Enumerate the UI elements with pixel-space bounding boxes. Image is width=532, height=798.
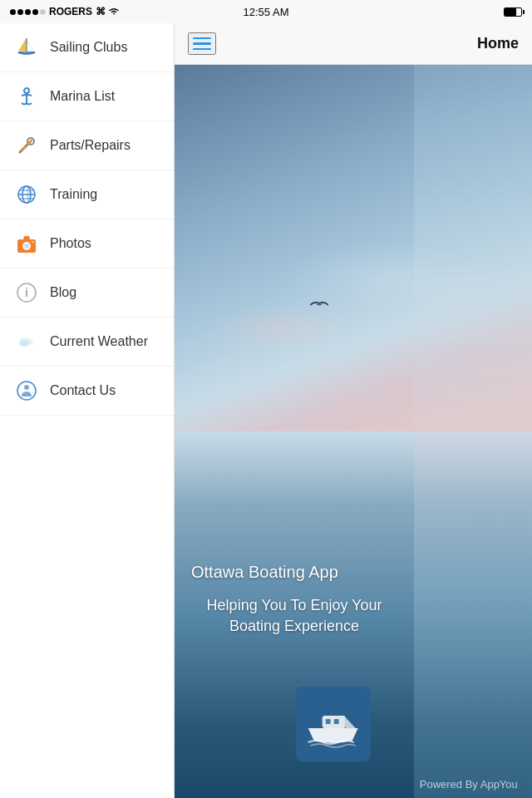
sidebar: Sailing Clubs Marina List Parts/Repairs: [0, 23, 175, 798]
sidebar-item-label: Contact Us: [50, 383, 116, 398]
svg-point-4: [24, 88, 29, 93]
svg-point-28: [24, 385, 29, 390]
camera-icon: [13, 230, 40, 257]
svg-text:i: i: [25, 286, 28, 299]
anchor-icon: [13, 83, 40, 110]
nav-header: Home: [175, 23, 532, 65]
sidebar-item-blog[interactable]: i Blog: [0, 268, 174, 318]
svg-marker-18: [23, 236, 30, 239]
sidebar-item-label: Photos: [50, 236, 91, 251]
weather-icon: [13, 328, 40, 355]
sidebar-item-training[interactable]: Training: [0, 170, 174, 219]
right-panel-overlay: [414, 65, 532, 798]
sidebar-item-photos[interactable]: Photos: [0, 219, 174, 268]
status-left: ROGERS ⌘: [10, 6, 120, 17]
sidebar-item-label: Parts/Repairs: [50, 138, 131, 153]
app-tagline: Helping You To Enjoy Your Boating Experi…: [191, 595, 397, 637]
main-content: Ottawa Boating App Helping You To Enjoy …: [175, 65, 532, 798]
svg-line-9: [28, 140, 32, 144]
wrench-icon: [13, 132, 40, 159]
svg-point-17: [24, 244, 29, 249]
app-name: Ottawa Boating App: [191, 563, 397, 582]
sailboat-icon: [13, 34, 40, 61]
svg-marker-0: [19, 38, 27, 51]
globe-icon: [13, 181, 40, 208]
sidebar-item-label: Sailing Clubs: [50, 40, 127, 55]
signal-dots: [10, 9, 46, 15]
sidebar-item-parts-repairs[interactable]: Parts/Repairs: [0, 121, 174, 170]
hamburger-button[interactable]: [188, 32, 216, 56]
sidebar-item-sailing-clubs[interactable]: Sailing Clubs: [0, 23, 174, 72]
sidebar-item-label: Marina List: [50, 89, 115, 104]
powered-by: Powered By AppYou: [420, 778, 518, 791]
svg-rect-2: [26, 38, 27, 52]
boat-logo: [296, 687, 371, 761]
svg-line-8: [22, 147, 25, 150]
hamburger-line: [193, 37, 211, 40]
status-right: [504, 7, 522, 17]
hamburger-line: [193, 48, 211, 51]
svg-rect-31: [334, 719, 339, 724]
sidebar-item-marina-list[interactable]: Marina List: [0, 72, 174, 121]
hero-image: Ottawa Boating App Helping You To Enjoy …: [175, 65, 532, 798]
sidebar-item-label: Blog: [50, 285, 76, 300]
svg-point-27: [17, 382, 36, 400]
nav-title: Home: [477, 35, 519, 52]
status-time: 12:55 AM: [244, 6, 289, 18]
status-bar: ROGERS ⌘ 12:55 AM: [0, 0, 532, 23]
hamburger-line: [193, 42, 211, 45]
sidebar-item-current-weather[interactable]: Current Weather: [0, 318, 174, 367]
info-icon: i: [13, 279, 40, 306]
bird-silhouette: [310, 299, 328, 313]
svg-rect-30: [326, 719, 331, 724]
contact-icon: [13, 377, 40, 404]
battery-icon: [504, 7, 522, 17]
sidebar-item-label: Training: [50, 187, 97, 202]
sidebar-item-contact-us[interactable]: Contact Us: [0, 367, 174, 416]
signal-dot: [17, 9, 23, 15]
sidebar-item-label: Current Weather: [50, 334, 148, 349]
signal-dot: [40, 9, 46, 15]
wifi-icon: ⌘: [96, 6, 120, 17]
svg-rect-19: [32, 241, 34, 243]
signal-dot: [32, 9, 38, 15]
signal-dot: [25, 9, 31, 15]
carrier-label: ROGERS: [49, 6, 92, 17]
signal-dot: [10, 9, 16, 15]
hero-text-block: Ottawa Boating App Helping You To Enjoy …: [175, 563, 414, 637]
svg-point-26: [19, 340, 29, 347]
svg-marker-1: [27, 40, 33, 51]
